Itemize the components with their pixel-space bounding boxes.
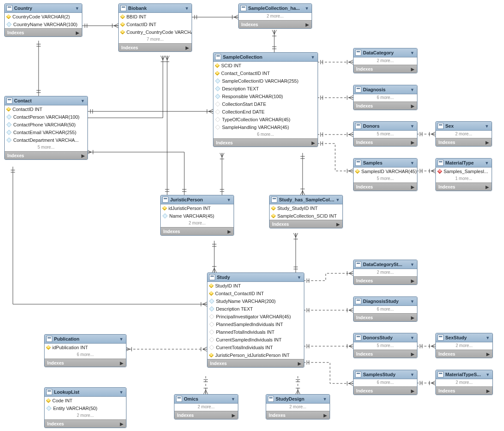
indexes-bar[interactable]: Indexes▶ (45, 359, 126, 367)
chevron-down-icon[interactable]: ▼ (310, 55, 316, 60)
indexes-bar[interactable]: Indexes▶ (436, 138, 492, 146)
more-link[interactable]: 5 more... (354, 175, 417, 183)
entity-header[interactable]: SamplesStudy▼ (354, 370, 417, 379)
chevron-down-icon[interactable]: ▼ (484, 161, 490, 165)
entity-samples[interactable]: Samples▼SamplesID VARCHAR(45)5 more...In… (353, 158, 417, 191)
chevron-down-icon[interactable]: ▼ (322, 397, 328, 401)
indexes-bar[interactable]: Indexes▶ (266, 411, 330, 419)
chevron-down-icon[interactable]: ▼ (409, 124, 415, 129)
chevron-down-icon[interactable]: ▼ (304, 6, 310, 11)
more-link[interactable]: 2 more... (45, 412, 126, 419)
entity-header[interactable]: MaterialTypeS...▼ (436, 370, 492, 379)
entity-header[interactable]: Samples▼ (354, 159, 417, 168)
entity-country[interactable]: Country▼CountryCode VARCHAR(2)CountryNam… (4, 3, 82, 37)
entity-donorsstudy[interactable]: DonorsStudy▼5 more...Indexes▶ (353, 333, 417, 358)
more-link[interactable]: 2 more... (436, 342, 492, 350)
more-link[interactable]: 5 more... (354, 131, 417, 138)
indexes-bar[interactable]: Indexes▶ (239, 20, 312, 28)
indexes-bar[interactable]: Indexes▶ (354, 102, 417, 110)
indexes-bar[interactable]: Indexes▶ (354, 350, 417, 358)
entity-study[interactable]: Study▼StudyID INTContact_ContactID INTSt… (207, 272, 304, 368)
entity-header[interactable]: MaterialType▼ (436, 159, 492, 168)
entity-materialtypes[interactable]: MaterialTypeS...▼2 more...Indexes▶ (435, 370, 493, 395)
chevron-down-icon[interactable]: ▼ (409, 51, 415, 55)
chevron-down-icon[interactable]: ▼ (485, 335, 491, 340)
entity-header[interactable]: Donors▼ (354, 122, 417, 131)
indexes-bar[interactable]: Indexes▶ (354, 313, 417, 321)
entity-samplesstudy[interactable]: SamplesStudy▼6 more...Indexes▶ (353, 370, 417, 395)
entity-header[interactable]: Sex▼ (436, 122, 492, 131)
more-link[interactable]: 2 more... (266, 404, 330, 411)
entity-header[interactable]: DiagnosisStudy▼ (354, 297, 417, 306)
entity-header[interactable]: JuristicPerson▼ (161, 195, 234, 204)
indexes-bar[interactable]: Indexes▶ (174, 411, 238, 419)
more-link[interactable]: 6 more... (45, 351, 126, 359)
chevron-down-icon[interactable]: ▼ (409, 262, 415, 267)
more-link[interactable]: 6 more... (354, 94, 417, 102)
more-link[interactable]: 6 more... (354, 306, 417, 313)
indexes-bar[interactable]: Indexes▶ (354, 138, 417, 146)
chevron-down-icon[interactable]: ▼ (409, 87, 415, 92)
entity-header[interactable]: Biobank▼ (119, 4, 192, 13)
indexes-bar[interactable]: Indexes▶ (207, 359, 304, 367)
entity-header[interactable]: Country▼ (5, 4, 82, 13)
entity-publication[interactable]: Publication▼idPublication INT6 more...In… (44, 334, 126, 367)
entity-study_has_sc[interactable]: Study_has_SampleColl...▼Study_StudyID IN… (269, 195, 343, 228)
entity-materialtype[interactable]: MaterialType▼Samples_SamplesI...1 more..… (435, 158, 492, 191)
entity-header[interactable]: Omics▼ (174, 395, 238, 404)
more-link[interactable]: 2 more... (161, 220, 234, 227)
indexes-bar[interactable]: Indexes▶ (213, 138, 318, 147)
indexes-bar[interactable]: Indexes▶ (354, 65, 417, 73)
chevron-down-icon[interactable]: ▼ (230, 397, 236, 401)
chevron-down-icon[interactable]: ▼ (296, 275, 302, 280)
indexes-bar[interactable]: Indexes▶ (5, 151, 87, 159)
entity-omics[interactable]: Omics▼2 more...Indexes▶ (174, 394, 238, 419)
entity-header[interactable]: SampleCollection_ha...▼ (239, 4, 312, 13)
indexes-bar[interactable]: Indexes▶ (161, 227, 234, 235)
chevron-down-icon[interactable]: ▼ (74, 6, 80, 11)
chevron-down-icon[interactable]: ▼ (409, 299, 415, 304)
entity-datacategoryst[interactable]: DataCategorySt...▼2 more...Indexes▶ (353, 260, 417, 285)
more-link[interactable]: 2 more... (174, 404, 238, 411)
indexes-bar[interactable]: Indexes▶ (354, 183, 417, 191)
entity-diagnosisstudy[interactable]: DiagnosisStudy▼6 more...Indexes▶ (353, 296, 417, 322)
entity-juristic[interactable]: JuristicPerson▼idJuristicPerson INTName … (160, 195, 234, 236)
more-link[interactable]: 5 more... (5, 144, 87, 151)
more-link[interactable]: 7 more... (119, 36, 192, 43)
entity-header[interactable]: SexStudy▼ (436, 333, 492, 342)
chevron-down-icon[interactable]: ▼ (226, 198, 232, 202)
entity-donors[interactable]: Donors▼5 more...Indexes▶ (353, 121, 417, 147)
entity-header[interactable]: SampleCollection▼ (213, 53, 318, 62)
chevron-down-icon[interactable]: ▼ (335, 198, 341, 202)
entity-samplecollection[interactable]: SampleCollection▼SCID INTContact_Contact… (213, 52, 318, 147)
entity-diagnosis[interactable]: Diagnosis▼6 more...Indexes▶ (353, 85, 417, 110)
chevron-down-icon[interactable]: ▼ (484, 124, 490, 129)
more-link[interactable]: 1 more... (436, 175, 492, 183)
indexes-bar[interactable]: Indexes▶ (436, 386, 492, 395)
indexes-bar[interactable]: Indexes▶ (45, 419, 126, 428)
chevron-down-icon[interactable]: ▼ (485, 372, 491, 377)
indexes-bar[interactable]: Indexes▶ (436, 350, 492, 358)
chevron-down-icon[interactable]: ▼ (409, 372, 415, 377)
chevron-down-icon[interactable]: ▼ (80, 99, 86, 103)
entity-header[interactable]: Study▼ (207, 273, 304, 282)
indexes-bar[interactable]: Indexes▶ (5, 28, 82, 36)
entity-header[interactable]: Study_has_SampleColl...▼ (270, 195, 342, 204)
entity-header[interactable]: StudyDesign▼ (266, 395, 330, 404)
more-link[interactable]: 6 more... (354, 379, 417, 386)
more-link[interactable]: 2 more... (436, 131, 492, 138)
more-link[interactable]: 2 more... (239, 13, 312, 20)
entity-lookuplist[interactable]: LookupList▼Code INTEntity VARCHAR(50)2 m… (44, 387, 126, 428)
more-link[interactable]: 2 more... (436, 379, 492, 386)
entity-header[interactable]: DataCategorySt...▼ (354, 260, 417, 269)
entity-header[interactable]: DataCategory▼ (354, 48, 417, 57)
indexes-bar[interactable]: Indexes▶ (270, 220, 342, 228)
chevron-down-icon[interactable]: ▼ (409, 335, 415, 340)
entity-biobank[interactable]: Biobank▼BBID INTContactID INTCountry_Cou… (118, 3, 192, 52)
more-link[interactable]: 6 more... (213, 131, 318, 138)
indexes-bar[interactable]: Indexes▶ (354, 276, 417, 284)
more-link[interactable]: 2 more... (354, 269, 417, 276)
more-link[interactable]: 2 more... (354, 57, 417, 65)
indexes-bar[interactable]: Indexes▶ (119, 43, 192, 51)
entity-header[interactable]: LookupList▼ (45, 388, 126, 397)
